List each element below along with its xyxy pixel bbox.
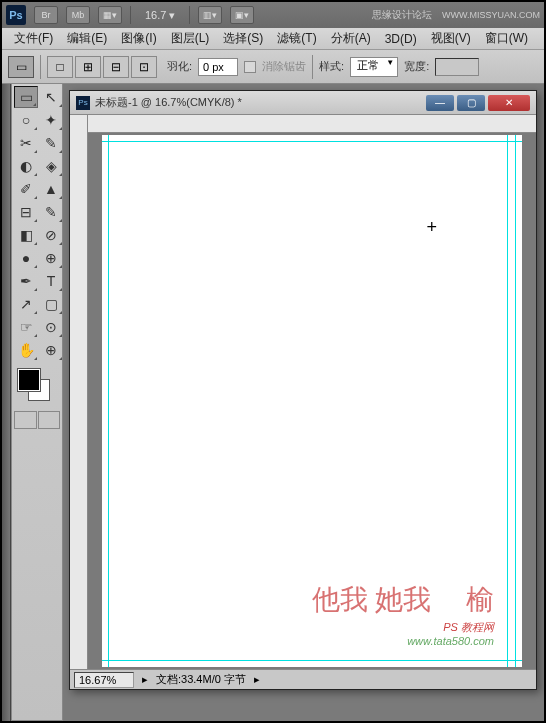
quickmask-mask[interactable] <box>38 411 61 429</box>
tool-10[interactable]: ⊟ <box>14 201 38 223</box>
tool-15[interactable]: ⊕ <box>39 247 63 269</box>
menu-view[interactable]: 视图(V) <box>425 27 477 50</box>
watermark-chinese: 他我 她我 榆 <box>312 586 494 614</box>
quickmask-standard[interactable] <box>14 411 37 429</box>
app-titlebar: Ps Br Mb ▦▾ 16.7 ▾ ▥▾ ▣▾ 思缘设计论坛 WWW.MISS… <box>2 2 544 28</box>
guide-horizontal[interactable] <box>102 660 522 661</box>
feather-label: 羽化: <box>167 59 192 74</box>
left-dock-strip[interactable] <box>2 84 11 721</box>
status-doc-info[interactable]: 文档:33.4M/0 字节 <box>156 672 246 687</box>
tool-18[interactable]: ↗ <box>14 293 38 315</box>
menu-filter[interactable]: 滤镜(T) <box>271 27 322 50</box>
tool-preset-icon[interactable]: ▭ <box>8 56 34 78</box>
canvas-area[interactable]: + 他我 她我 榆 PS 教程网 www.tata580.com <box>88 133 536 669</box>
menu-image[interactable]: 图像(I) <box>115 27 162 50</box>
menu-layer[interactable]: 图层(L) <box>165 27 216 50</box>
ps-logo: Ps <box>6 5 26 25</box>
site-url: WWW.MISSYUAN.COM <box>442 10 540 20</box>
tool-5[interactable]: ✎ <box>39 132 63 154</box>
options-bar: ▭ □ ⊞ ⊟ ⊡ 羽化: 消除锯齿 样式: 正常 宽度: <box>2 50 544 84</box>
tool-23[interactable]: ⊕ <box>39 339 63 361</box>
close-button[interactable]: ✕ <box>488 95 530 111</box>
separator <box>189 6 190 24</box>
selection-mode-group: □ ⊞ ⊟ ⊡ <box>47 56 157 78</box>
maximize-button[interactable]: ▢ <box>457 95 485 111</box>
minibridge-icon[interactable]: Mb <box>66 6 90 24</box>
screenmode-icon[interactable]: ▣▾ <box>230 6 254 24</box>
status-arrow-icon[interactable]: ▸ <box>142 673 148 686</box>
watermark: 他我 她我 榆 PS 教程网 www.tata580.com <box>312 586 494 647</box>
sel-mode-new[interactable]: □ <box>47 56 73 78</box>
tool-6[interactable]: ◐ <box>14 155 38 177</box>
minimize-button[interactable]: — <box>426 95 454 111</box>
tool-13[interactable]: ⊘ <box>39 224 63 246</box>
document-window: Ps 未标题-1 @ 16.7%(CMYK/8) * — ▢ ✕ <box>69 90 537 690</box>
menu-3d[interactable]: 3D(D) <box>379 29 423 49</box>
menubar: 文件(F) 编辑(E) 图像(I) 图层(L) 选择(S) 滤镜(T) 分析(A… <box>2 28 544 50</box>
width-input[interactable] <box>435 58 479 76</box>
tool-2[interactable]: ○ <box>14 109 38 131</box>
tool-20[interactable]: ☞ <box>14 316 38 338</box>
document-title: 未标题-1 @ 16.7%(CMYK/8) * <box>95 95 426 110</box>
sel-mode-intersect[interactable]: ⊡ <box>131 56 157 78</box>
feather-input[interactable] <box>198 58 238 76</box>
site-name: 思缘设计论坛 <box>372 8 432 22</box>
tool-14[interactable]: ● <box>14 247 38 269</box>
sel-mode-add[interactable]: ⊞ <box>75 56 101 78</box>
style-select[interactable]: 正常 <box>350 57 398 77</box>
status-arrow-icon[interactable]: ▸ <box>254 673 260 686</box>
antialias-checkbox[interactable] <box>244 61 256 73</box>
menu-analysis[interactable]: 分析(A) <box>325 27 377 50</box>
tool-19[interactable]: ▢ <box>39 293 63 315</box>
tool-8[interactable]: ✐ <box>14 178 38 200</box>
doc-ps-icon: Ps <box>76 96 90 110</box>
style-label: 样式: <box>319 59 344 74</box>
menu-window[interactable]: 窗口(W) <box>479 27 534 50</box>
separator <box>40 55 41 79</box>
tool-16[interactable]: ✒ <box>14 270 38 292</box>
guide-horizontal[interactable] <box>102 141 522 142</box>
separator <box>130 6 131 24</box>
color-swatches <box>14 367 60 407</box>
tool-17[interactable]: T <box>39 270 63 292</box>
width-label: 宽度: <box>404 59 429 74</box>
tool-7[interactable]: ◈ <box>39 155 63 177</box>
menu-edit[interactable]: 编辑(E) <box>61 27 113 50</box>
arrange-icon[interactable]: ▥▾ <box>198 6 222 24</box>
vertical-ruler[interactable] <box>70 115 88 669</box>
watermark-url: www.tata580.com <box>312 635 494 647</box>
menu-select[interactable]: 选择(S) <box>217 27 269 50</box>
toolbox: ▭↖○✦✂✎◐◈✐▲⊟✎◧⊘●⊕✒T↗▢☞⊙✋⊕ <box>11 84 63 721</box>
guide-vertical[interactable] <box>515 135 516 667</box>
foreground-color[interactable] <box>18 369 40 391</box>
canvas[interactable]: + 他我 她我 榆 PS 教程网 www.tata580.com <box>102 135 522 667</box>
tool-4[interactable]: ✂ <box>14 132 38 154</box>
tool-22[interactable]: ✋ <box>14 339 38 361</box>
document-statusbar: 16.67% ▸ 文档:33.4M/0 字节 ▸ <box>70 669 536 689</box>
guide-vertical[interactable] <box>108 135 109 667</box>
separator <box>312 55 313 79</box>
tool-12[interactable]: ◧ <box>14 224 38 246</box>
sel-mode-sub[interactable]: ⊟ <box>103 56 129 78</box>
antialias-label: 消除锯齿 <box>262 59 306 74</box>
tool-1[interactable]: ↖ <box>39 86 63 108</box>
guide-vertical[interactable] <box>507 135 508 667</box>
status-zoom[interactable]: 16.67% <box>74 672 134 688</box>
layout-icon[interactable]: ▦▾ <box>98 6 122 24</box>
bridge-icon[interactable]: Br <box>34 6 58 24</box>
tool-21[interactable]: ⊙ <box>39 316 63 338</box>
cursor-crosshair: + <box>426 217 437 238</box>
menu-file[interactable]: 文件(F) <box>8 27 59 50</box>
watermark-text: PS 教程网 <box>312 620 494 635</box>
workspace: Ps 未标题-1 @ 16.7%(CMYK/8) * — ▢ ✕ <box>63 84 544 721</box>
document-titlebar[interactable]: Ps 未标题-1 @ 16.7%(CMYK/8) * — ▢ ✕ <box>70 91 536 115</box>
tool-0[interactable]: ▭ <box>14 86 38 108</box>
tool-11[interactable]: ✎ <box>39 201 63 223</box>
tool-9[interactable]: ▲ <box>39 178 63 200</box>
tool-3[interactable]: ✦ <box>39 109 63 131</box>
horizontal-ruler[interactable] <box>88 115 536 133</box>
zoom-readout[interactable]: 16.7 ▾ <box>145 9 175 22</box>
